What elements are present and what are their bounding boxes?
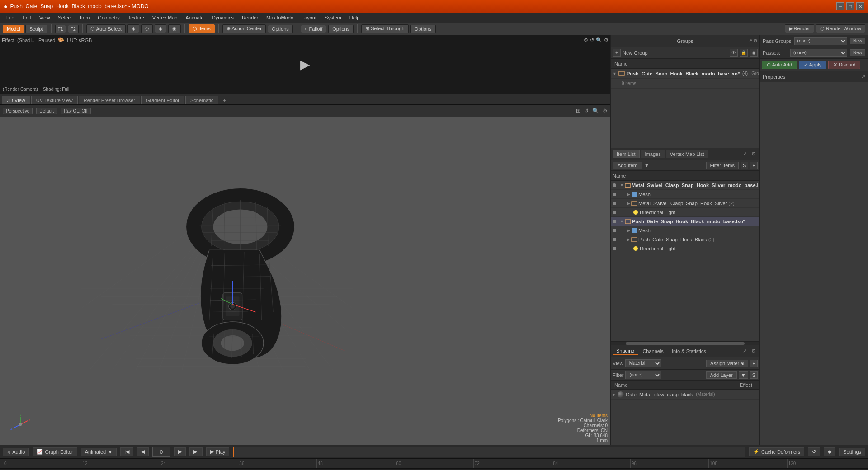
f2-btn[interactable]: F2 — [68, 25, 79, 33]
groups-expand-icon[interactable]: ↗ — [748, 38, 752, 44]
item-row-8[interactable]: Directional Light — [611, 244, 760, 253]
channels-tab[interactable]: Channels — [639, 348, 667, 355]
action-center-options-btn[interactable]: Options — [268, 25, 293, 33]
go-end-btn[interactable]: ▶| — [189, 447, 203, 456]
item-list-tab[interactable]: Item List — [613, 150, 640, 158]
add-layer-arrow[interactable]: ▼ — [739, 371, 748, 379]
falloff-btn[interactable]: ○ Falloff — [301, 25, 326, 33]
menu-texture[interactable]: Texture — [124, 14, 148, 21]
cache-deformers-btn[interactable]: ⚡ Cache Deformers — [749, 447, 804, 456]
select-through-btn[interactable]: ⊞ Select Through — [361, 24, 408, 33]
group-opt-btn[interactable]: ◉ — [750, 49, 758, 57]
discard-btn[interactable]: ✕ Discard — [828, 61, 860, 69]
keyframe-btn[interactable]: ◆ — [824, 447, 835, 456]
item-row-5[interactable]: ▼ Push_Gate_Snap_Hook_Black_modo_base.lx… — [611, 217, 760, 226]
preview-icon-1[interactable]: ⚙ — [584, 37, 588, 43]
pass-groups-new-btn[interactable]: New — [850, 38, 865, 44]
close-button[interactable]: ✕ — [856, 2, 864, 10]
item-row-3[interactable]: ▶ Metal_Swivel_Clasp_Snap_Hook_Silver (2… — [611, 199, 760, 208]
add-tab-button[interactable]: + — [219, 96, 229, 104]
menu-edit[interactable]: Edit — [19, 14, 35, 21]
vertex-map-tab[interactable]: Vertex Map List — [666, 150, 708, 158]
passes-new-btn[interactable]: New — [850, 49, 865, 56]
select-through-options-btn[interactable]: Options — [410, 25, 436, 33]
default-btn[interactable]: Default — [36, 108, 57, 114]
model-mode-btn[interactable]: Model — [3, 25, 24, 33]
item-row-1[interactable]: ▼ Metal_Swivel_Clasp_Snap_Hook_Silver_mo… — [611, 181, 760, 190]
group-vis-btn[interactable]: 👁 — [730, 49, 738, 57]
props-expand[interactable]: ↗ — [861, 74, 865, 80]
tab-render-preset-browser[interactable]: Render Preset Browser — [79, 96, 140, 104]
prev-frame-btn[interactable]: ◀ — [137, 447, 149, 456]
filter-f-btn[interactable]: F — [750, 162, 758, 169]
menu-dynamics[interactable]: Dynamics — [208, 14, 237, 21]
settings-btn[interactable]: Settings — [839, 448, 865, 456]
groups-settings-icon[interactable]: ⚙ — [753, 38, 758, 44]
item-row-6[interactable]: ▶ Mesh — [611, 226, 760, 235]
apply-btn[interactable]: ✓ Apply — [799, 61, 826, 69]
maximize-button[interactable]: □ — [846, 2, 854, 10]
passes-dropdown[interactable]: (none) — [790, 49, 847, 57]
tab-3d-view[interactable]: 3D View — [2, 96, 30, 104]
preview-play-button[interactable]: ▶ — [294, 53, 316, 76]
vp-icon-4[interactable]: ⚙ — [603, 108, 608, 114]
pass-groups-dropdown[interactable]: (none) — [794, 37, 847, 45]
timeline-area[interactable] — [233, 446, 745, 457]
tab-schematic[interactable]: Schematic — [185, 96, 218, 104]
filter-items-btn[interactable]: Filter Items — [706, 162, 739, 169]
item-row-4[interactable]: Directional Light — [611, 208, 760, 217]
menu-geometry[interactable]: Geometry — [94, 14, 123, 21]
preview-icon-3[interactable]: 🔍 — [596, 37, 602, 43]
falloff-options-btn[interactable]: Options — [328, 25, 354, 33]
graph-editor-btn[interactable]: 📈 Graph Editor — [33, 447, 77, 456]
loop-btn[interactable]: ↺ — [808, 447, 820, 456]
audio-btn[interactable]: ♫ Audio — [3, 448, 29, 456]
menu-item[interactable]: Item — [76, 14, 93, 21]
animated-btn[interactable]: Animated ▼ — [81, 448, 117, 456]
filter-dropdown[interactable]: (none) — [625, 371, 661, 379]
add-item-btn[interactable]: Add Item — [613, 162, 642, 169]
shading-s-btn[interactable]: S — [750, 371, 758, 379]
shape-btn-2[interactable]: ◇ — [141, 24, 153, 33]
material-row-1[interactable]: ▶ Gate_Metal_claw_clasp_black (Material) — [611, 390, 760, 400]
assign-material-btn[interactable]: Assign Material — [706, 360, 748, 367]
auto-select-btn[interactable]: ⬡ Auto Select — [86, 24, 126, 33]
info-stats-tab[interactable]: Info & Statistics — [668, 348, 710, 355]
perspective-btn[interactable]: Perspective — [3, 108, 33, 114]
menu-animate[interactable]: Animate — [182, 14, 207, 21]
shading-tab[interactable]: Shading — [613, 347, 638, 355]
item-row-2[interactable]: ▶ Mesh — [611, 190, 760, 199]
item-row-7[interactable]: ▶ Push_Gate_Snap_Hook_Black (2) — [611, 235, 760, 244]
group-lock-btn[interactable]: 🔒 — [740, 49, 748, 57]
items-btn[interactable]: ⬡ Items — [189, 24, 215, 33]
render-window-btn[interactable]: ⬡ Render Window — [816, 24, 865, 33]
item-list-scrollbar[interactable] — [611, 341, 760, 345]
preview-icon-2[interactable]: ↺ — [590, 37, 594, 43]
shading-f-btn[interactable]: F — [750, 360, 758, 367]
group-sub-row[interactable]: 9 items — [611, 79, 760, 89]
vp-icon-1[interactable]: ⊞ — [576, 108, 580, 114]
menu-select[interactable]: Select — [54, 14, 75, 21]
go-start-btn[interactable]: |◀ — [120, 447, 133, 456]
add-item-arrow[interactable]: ▼ — [644, 163, 649, 168]
group-row-1[interactable]: ▼ Push_Gate_Snap_Hook_Black_modo_base.lx… — [611, 69, 760, 79]
next-frame-btn[interactable]: ▶ — [174, 447, 186, 456]
item-list-expand[interactable]: ↗ — [741, 150, 749, 158]
auto-add-btn[interactable]: ⊕ Auto Add — [762, 61, 797, 69]
shading-expand[interactable]: ↗ — [741, 347, 749, 355]
menu-maxtomodo[interactable]: MaxToModo — [263, 14, 297, 21]
render-btn[interactable]: ▶ Render — [785, 24, 814, 33]
menu-system[interactable]: System — [321, 14, 345, 21]
shading-settings[interactable]: ⚙ — [750, 347, 758, 355]
action-center-btn[interactable]: ⊕ Action Center — [222, 24, 266, 33]
vp-icon-3[interactable]: 🔍 — [592, 108, 599, 114]
view-dropdown[interactable]: Material — [625, 359, 661, 367]
menu-view[interactable]: View — [36, 14, 54, 21]
time-input[interactable] — [152, 447, 170, 457]
menu-render[interactable]: Render — [238, 14, 262, 21]
filter-s-btn[interactable]: S — [741, 162, 748, 169]
tab-uv-texture-view[interactable]: UV Texture View — [31, 96, 78, 104]
shape-btn-1[interactable]: ◈ — [127, 24, 139, 33]
ray-gl-btn[interactable]: Ray GL: Off — [61, 108, 91, 114]
shape-btn-4[interactable]: ◉ — [168, 24, 181, 33]
